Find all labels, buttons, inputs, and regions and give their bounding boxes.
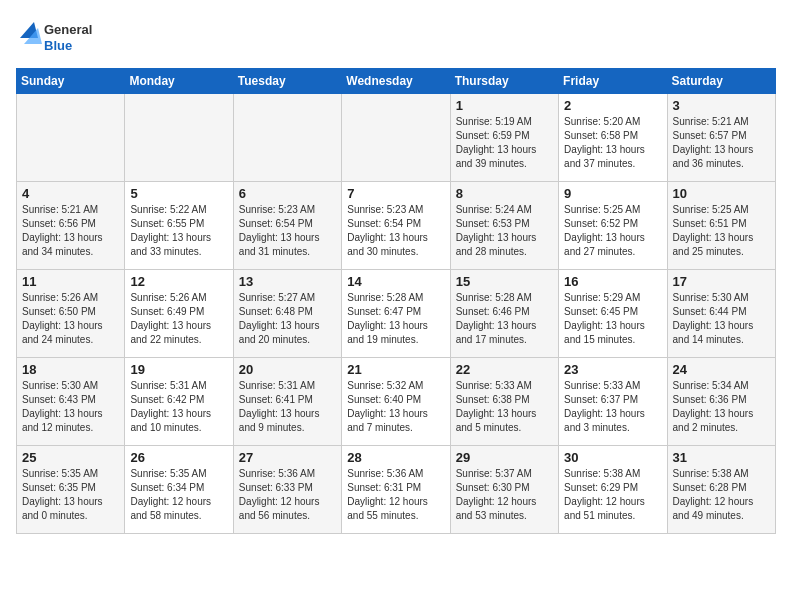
day-content: Sunrise: 5:37 AM Sunset: 6:30 PM Dayligh…	[456, 467, 553, 523]
calendar-cell: 8Sunrise: 5:24 AM Sunset: 6:53 PM Daylig…	[450, 182, 558, 270]
calendar-cell	[125, 94, 233, 182]
day-content: Sunrise: 5:35 AM Sunset: 6:34 PM Dayligh…	[130, 467, 227, 523]
day-content: Sunrise: 5:38 AM Sunset: 6:29 PM Dayligh…	[564, 467, 661, 523]
day-content: Sunrise: 5:32 AM Sunset: 6:40 PM Dayligh…	[347, 379, 444, 435]
day-content: Sunrise: 5:38 AM Sunset: 6:28 PM Dayligh…	[673, 467, 770, 523]
calendar-cell: 5Sunrise: 5:22 AM Sunset: 6:55 PM Daylig…	[125, 182, 233, 270]
column-header-saturday: Saturday	[667, 69, 775, 94]
day-content: Sunrise: 5:35 AM Sunset: 6:35 PM Dayligh…	[22, 467, 119, 523]
day-number: 2	[564, 98, 661, 113]
calendar-cell: 22Sunrise: 5:33 AM Sunset: 6:38 PM Dayli…	[450, 358, 558, 446]
day-number: 22	[456, 362, 553, 377]
day-number: 7	[347, 186, 444, 201]
day-number: 24	[673, 362, 770, 377]
day-number: 16	[564, 274, 661, 289]
day-number: 21	[347, 362, 444, 377]
day-content: Sunrise: 5:21 AM Sunset: 6:56 PM Dayligh…	[22, 203, 119, 259]
day-number: 9	[564, 186, 661, 201]
day-content: Sunrise: 5:24 AM Sunset: 6:53 PM Dayligh…	[456, 203, 553, 259]
calendar-cell: 30Sunrise: 5:38 AM Sunset: 6:29 PM Dayli…	[559, 446, 667, 534]
day-number: 29	[456, 450, 553, 465]
day-content: Sunrise: 5:31 AM Sunset: 6:41 PM Dayligh…	[239, 379, 336, 435]
column-header-thursday: Thursday	[450, 69, 558, 94]
calendar-cell: 12Sunrise: 5:26 AM Sunset: 6:49 PM Dayli…	[125, 270, 233, 358]
day-content: Sunrise: 5:19 AM Sunset: 6:59 PM Dayligh…	[456, 115, 553, 171]
calendar-cell: 13Sunrise: 5:27 AM Sunset: 6:48 PM Dayli…	[233, 270, 341, 358]
calendar-cell: 26Sunrise: 5:35 AM Sunset: 6:34 PM Dayli…	[125, 446, 233, 534]
column-header-monday: Monday	[125, 69, 233, 94]
day-number: 30	[564, 450, 661, 465]
day-content: Sunrise: 5:30 AM Sunset: 6:43 PM Dayligh…	[22, 379, 119, 435]
day-number: 10	[673, 186, 770, 201]
day-content: Sunrise: 5:26 AM Sunset: 6:50 PM Dayligh…	[22, 291, 119, 347]
calendar-cell: 25Sunrise: 5:35 AM Sunset: 6:35 PM Dayli…	[17, 446, 125, 534]
day-number: 8	[456, 186, 553, 201]
calendar-cell	[342, 94, 450, 182]
day-content: Sunrise: 5:28 AM Sunset: 6:47 PM Dayligh…	[347, 291, 444, 347]
day-number: 14	[347, 274, 444, 289]
day-number: 23	[564, 362, 661, 377]
day-content: Sunrise: 5:25 AM Sunset: 6:51 PM Dayligh…	[673, 203, 770, 259]
calendar-cell: 16Sunrise: 5:29 AM Sunset: 6:45 PM Dayli…	[559, 270, 667, 358]
calendar-cell: 9Sunrise: 5:25 AM Sunset: 6:52 PM Daylig…	[559, 182, 667, 270]
day-content: Sunrise: 5:20 AM Sunset: 6:58 PM Dayligh…	[564, 115, 661, 171]
calendar-cell: 2Sunrise: 5:20 AM Sunset: 6:58 PM Daylig…	[559, 94, 667, 182]
day-content: Sunrise: 5:25 AM Sunset: 6:52 PM Dayligh…	[564, 203, 661, 259]
calendar-cell	[233, 94, 341, 182]
calendar-cell: 11Sunrise: 5:26 AM Sunset: 6:50 PM Dayli…	[17, 270, 125, 358]
day-number: 6	[239, 186, 336, 201]
day-number: 19	[130, 362, 227, 377]
day-number: 13	[239, 274, 336, 289]
day-content: Sunrise: 5:34 AM Sunset: 6:36 PM Dayligh…	[673, 379, 770, 435]
calendar-week-3: 11Sunrise: 5:26 AM Sunset: 6:50 PM Dayli…	[17, 270, 776, 358]
day-content: Sunrise: 5:23 AM Sunset: 6:54 PM Dayligh…	[347, 203, 444, 259]
header: General Blue	[16, 16, 776, 60]
calendar-cell: 20Sunrise: 5:31 AM Sunset: 6:41 PM Dayli…	[233, 358, 341, 446]
day-number: 5	[130, 186, 227, 201]
column-header-wednesday: Wednesday	[342, 69, 450, 94]
day-content: Sunrise: 5:21 AM Sunset: 6:57 PM Dayligh…	[673, 115, 770, 171]
day-content: Sunrise: 5:29 AM Sunset: 6:45 PM Dayligh…	[564, 291, 661, 347]
day-number: 15	[456, 274, 553, 289]
calendar-cell: 4Sunrise: 5:21 AM Sunset: 6:56 PM Daylig…	[17, 182, 125, 270]
day-content: Sunrise: 5:33 AM Sunset: 6:38 PM Dayligh…	[456, 379, 553, 435]
day-content: Sunrise: 5:30 AM Sunset: 6:44 PM Dayligh…	[673, 291, 770, 347]
day-number: 27	[239, 450, 336, 465]
column-header-friday: Friday	[559, 69, 667, 94]
logo-svg: General Blue	[16, 16, 116, 60]
day-number: 31	[673, 450, 770, 465]
calendar-cell: 6Sunrise: 5:23 AM Sunset: 6:54 PM Daylig…	[233, 182, 341, 270]
calendar-cell: 14Sunrise: 5:28 AM Sunset: 6:47 PM Dayli…	[342, 270, 450, 358]
calendar-cell: 7Sunrise: 5:23 AM Sunset: 6:54 PM Daylig…	[342, 182, 450, 270]
calendar-cell: 24Sunrise: 5:34 AM Sunset: 6:36 PM Dayli…	[667, 358, 775, 446]
calendar-cell	[17, 94, 125, 182]
calendar-cell: 21Sunrise: 5:32 AM Sunset: 6:40 PM Dayli…	[342, 358, 450, 446]
day-content: Sunrise: 5:27 AM Sunset: 6:48 PM Dayligh…	[239, 291, 336, 347]
day-content: Sunrise: 5:36 AM Sunset: 6:31 PM Dayligh…	[347, 467, 444, 523]
svg-text:Blue: Blue	[44, 38, 72, 53]
day-content: Sunrise: 5:22 AM Sunset: 6:55 PM Dayligh…	[130, 203, 227, 259]
calendar-week-1: 1Sunrise: 5:19 AM Sunset: 6:59 PM Daylig…	[17, 94, 776, 182]
calendar-cell: 15Sunrise: 5:28 AM Sunset: 6:46 PM Dayli…	[450, 270, 558, 358]
calendar-cell: 3Sunrise: 5:21 AM Sunset: 6:57 PM Daylig…	[667, 94, 775, 182]
day-number: 11	[22, 274, 119, 289]
day-number: 17	[673, 274, 770, 289]
calendar-cell: 19Sunrise: 5:31 AM Sunset: 6:42 PM Dayli…	[125, 358, 233, 446]
day-content: Sunrise: 5:31 AM Sunset: 6:42 PM Dayligh…	[130, 379, 227, 435]
day-number: 4	[22, 186, 119, 201]
calendar-cell: 17Sunrise: 5:30 AM Sunset: 6:44 PM Dayli…	[667, 270, 775, 358]
day-number: 26	[130, 450, 227, 465]
day-number: 25	[22, 450, 119, 465]
calendar-cell: 29Sunrise: 5:37 AM Sunset: 6:30 PM Dayli…	[450, 446, 558, 534]
column-header-sunday: Sunday	[17, 69, 125, 94]
calendar-cell: 1Sunrise: 5:19 AM Sunset: 6:59 PM Daylig…	[450, 94, 558, 182]
day-content: Sunrise: 5:33 AM Sunset: 6:37 PM Dayligh…	[564, 379, 661, 435]
calendar-cell: 10Sunrise: 5:25 AM Sunset: 6:51 PM Dayli…	[667, 182, 775, 270]
calendar-cell: 18Sunrise: 5:30 AM Sunset: 6:43 PM Dayli…	[17, 358, 125, 446]
day-number: 12	[130, 274, 227, 289]
day-number: 3	[673, 98, 770, 113]
svg-text:General: General	[44, 22, 92, 37]
calendar-cell: 28Sunrise: 5:36 AM Sunset: 6:31 PM Dayli…	[342, 446, 450, 534]
calendar-cell: 23Sunrise: 5:33 AM Sunset: 6:37 PM Dayli…	[559, 358, 667, 446]
calendar-cell: 31Sunrise: 5:38 AM Sunset: 6:28 PM Dayli…	[667, 446, 775, 534]
